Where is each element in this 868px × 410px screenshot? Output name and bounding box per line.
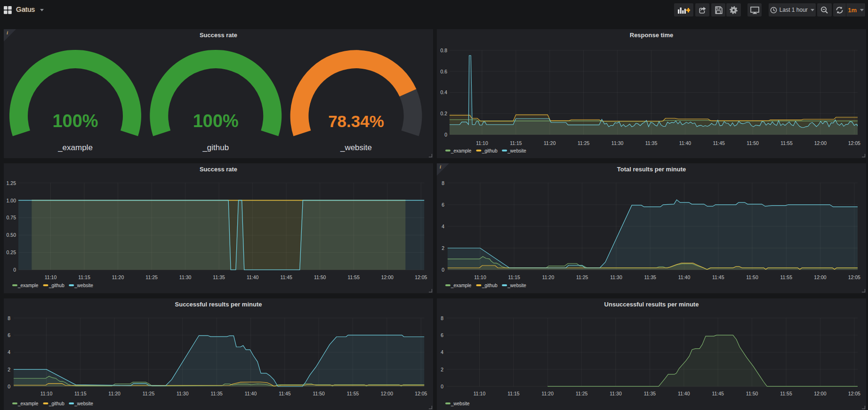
- svg-text:11:50: 11:50: [746, 274, 758, 280]
- svg-text:4: 4: [442, 224, 444, 229]
- svg-text:8: 8: [442, 180, 444, 186]
- svg-text:8: 8: [8, 315, 10, 321]
- svg-text:11:40: 11:40: [247, 274, 259, 280]
- svg-text:_example: _example: [17, 283, 39, 288]
- svg-text:11:10: 11:10: [45, 274, 57, 280]
- svg-text:12:05: 12:05: [415, 274, 427, 280]
- svg-text:11:30: 11:30: [610, 274, 622, 280]
- svg-text:11:55: 11:55: [348, 274, 360, 280]
- svg-text:11:45: 11:45: [280, 274, 292, 280]
- svg-text:11:55: 11:55: [347, 391, 359, 396]
- svg-text:12:05: 12:05: [848, 140, 860, 146]
- svg-text:11:10: 11:10: [474, 391, 486, 396]
- svg-text:12:00: 12:00: [814, 391, 826, 396]
- svg-text:11:15: 11:15: [74, 391, 87, 396]
- svg-text:6: 6: [442, 202, 444, 208]
- svg-text:1.00: 1.00: [7, 198, 16, 203]
- svg-text:_github: _github: [482, 283, 498, 288]
- svg-text:11:30: 11:30: [179, 274, 192, 280]
- svg-text:11:20: 11:20: [542, 274, 555, 280]
- svg-text:11:30: 11:30: [177, 391, 189, 396]
- svg-text:11:25: 11:25: [143, 391, 155, 396]
- svg-text:11:40: 11:40: [679, 140, 691, 146]
- svg-text:11:25: 11:25: [578, 140, 590, 146]
- svg-text:12:00: 12:00: [381, 274, 394, 280]
- svg-text:11:20: 11:20: [112, 274, 124, 280]
- svg-text:_website: _website: [340, 143, 372, 152]
- svg-text:11:45: 11:45: [279, 391, 291, 396]
- svg-text:0.50: 0.50: [7, 232, 16, 238]
- svg-text:11:15: 11:15: [78, 274, 90, 280]
- svg-text:12:00: 12:00: [381, 391, 393, 396]
- svg-text:11:30: 11:30: [610, 391, 622, 396]
- svg-text:0: 0: [444, 132, 447, 137]
- svg-text:12:05: 12:05: [848, 391, 860, 396]
- svg-text:_github: _github: [482, 148, 498, 153]
- svg-text:4: 4: [8, 349, 10, 355]
- svg-text:11:10: 11:10: [40, 391, 53, 396]
- svg-text:0: 0: [13, 267, 16, 273]
- svg-text:0: 0: [8, 384, 10, 389]
- svg-text:_website: _website: [450, 401, 470, 406]
- svg-text:11:15: 11:15: [508, 274, 520, 280]
- svg-text:100%: 100%: [52, 111, 98, 131]
- svg-text:11:50: 11:50: [313, 391, 325, 396]
- svg-text:11:30: 11:30: [611, 140, 624, 146]
- svg-text:11:55: 11:55: [780, 391, 792, 396]
- svg-text:2: 2: [8, 367, 10, 372]
- svg-text:2: 2: [441, 367, 443, 372]
- svg-text:11:20: 11:20: [544, 140, 556, 146]
- svg-text:0: 0: [441, 384, 443, 389]
- svg-text:_website: _website: [507, 283, 526, 288]
- svg-text:11:40: 11:40: [678, 391, 690, 396]
- svg-text:12:05: 12:05: [415, 391, 427, 396]
- svg-text:2: 2: [442, 245, 444, 251]
- svg-text:0.75: 0.75: [7, 215, 16, 220]
- svg-text:11:35: 11:35: [210, 391, 223, 396]
- svg-text:11:45: 11:45: [712, 274, 724, 280]
- svg-text:8: 8: [441, 315, 443, 321]
- svg-text:_example: _example: [17, 401, 39, 406]
- svg-text:78.34%: 78.34%: [328, 112, 384, 130]
- svg-text:11:35: 11:35: [645, 140, 658, 146]
- svg-text:11:10: 11:10: [474, 274, 486, 280]
- svg-text:11:55: 11:55: [780, 274, 793, 280]
- svg-text:_github: _github: [48, 401, 64, 406]
- svg-text:11:25: 11:25: [576, 274, 588, 280]
- svg-text:_example: _example: [57, 143, 93, 152]
- svg-text:_github: _github: [48, 283, 64, 288]
- svg-text:11:50: 11:50: [314, 274, 326, 280]
- svg-text:_example: _example: [450, 148, 472, 153]
- svg-text:11:20: 11:20: [108, 391, 121, 396]
- svg-text:_website: _website: [507, 148, 526, 153]
- svg-text:11:35: 11:35: [644, 274, 656, 280]
- svg-text:0: 0: [442, 267, 444, 273]
- svg-text:6: 6: [441, 332, 443, 338]
- svg-text:12:00: 12:00: [814, 140, 827, 146]
- svg-text:4: 4: [441, 349, 443, 355]
- svg-text:0.25: 0.25: [7, 249, 16, 255]
- svg-text:11:45: 11:45: [713, 140, 725, 146]
- svg-text:11:40: 11:40: [245, 391, 257, 396]
- svg-text:12:00: 12:00: [814, 274, 826, 280]
- svg-text:_github: _github: [202, 143, 229, 152]
- svg-text:11:50: 11:50: [746, 391, 758, 396]
- svg-text:11:10: 11:10: [476, 140, 488, 146]
- svg-text:11:45: 11:45: [712, 391, 724, 396]
- svg-text:11:15: 11:15: [507, 391, 520, 396]
- svg-text:11:35: 11:35: [644, 391, 656, 396]
- svg-text:_example: _example: [450, 283, 472, 288]
- svg-text:100%: 100%: [193, 111, 239, 131]
- svg-text:11:25: 11:25: [576, 391, 588, 396]
- svg-text:12:05: 12:05: [848, 274, 860, 280]
- svg-text:1.25: 1.25: [7, 180, 16, 186]
- svg-text:11:20: 11:20: [542, 391, 554, 396]
- svg-text:0.6: 0.6: [440, 69, 447, 74]
- svg-text:11:40: 11:40: [678, 274, 691, 280]
- svg-text:11:25: 11:25: [145, 274, 158, 280]
- svg-text:_website: _website: [74, 283, 93, 288]
- svg-text:11:50: 11:50: [747, 140, 759, 146]
- svg-text:0.4: 0.4: [440, 89, 447, 95]
- svg-text:11:15: 11:15: [510, 140, 522, 146]
- svg-text:0.2: 0.2: [440, 111, 447, 116]
